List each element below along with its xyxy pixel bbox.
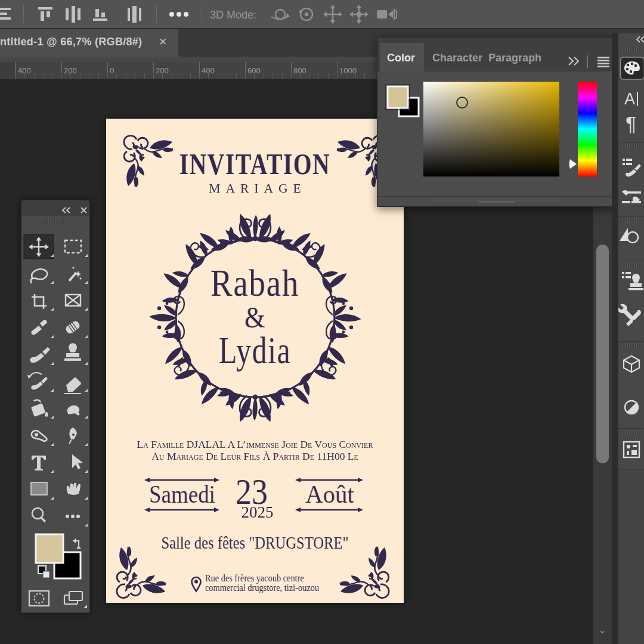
svg-text:A: A: [624, 90, 635, 108]
svg-text:¶: ¶: [626, 112, 636, 135]
svg-text:3D Mode:: 3D Mode:: [210, 9, 256, 21]
